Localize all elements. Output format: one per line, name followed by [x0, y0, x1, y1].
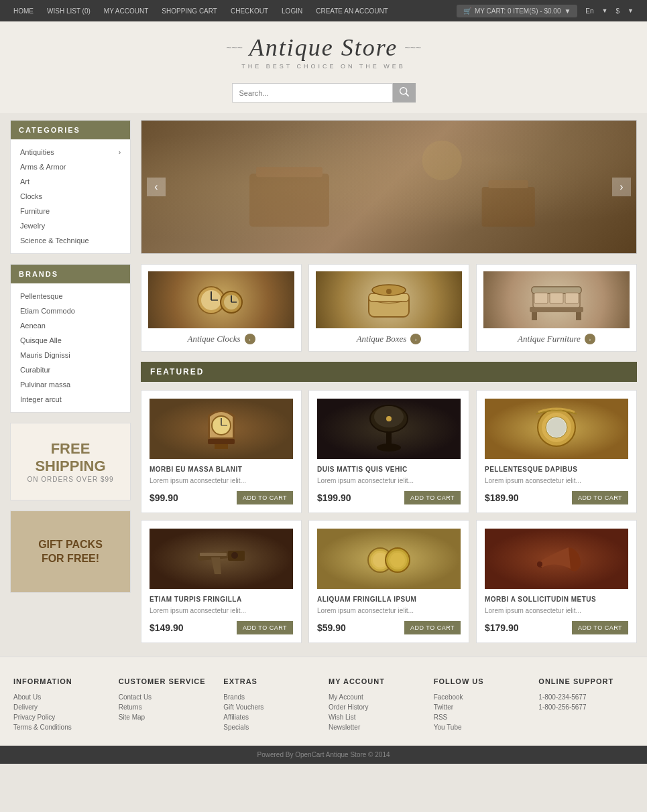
- category-card-label-boxes: Antique Boxes ›: [316, 334, 462, 344]
- footer-link-specials[interactable]: Specials: [223, 722, 318, 732]
- search-input[interactable]: [232, 83, 393, 103]
- language-selector[interactable]: En: [585, 7, 593, 15]
- footer-link-twitter[interactable]: Twitter: [434, 702, 529, 712]
- footer-link-orderhistory[interactable]: Order History: [329, 702, 424, 712]
- list-item: You Tube: [434, 722, 529, 732]
- category-arms[interactable]: Arms & Armor: [11, 159, 130, 174]
- footer-link-sitemap[interactable]: Site Map: [119, 712, 214, 722]
- logo[interactable]: ~~~ Antique Store ~~~ THE BEST CHOICE ON…: [0, 33, 647, 70]
- list-item: Furniture: [11, 204, 130, 218]
- brand-3[interactable]: Quisque Alle: [11, 333, 130, 348]
- brand-1[interactable]: Etiam Commodo: [11, 303, 130, 318]
- list-item: Clocks: [11, 189, 130, 204]
- category-jewelry[interactable]: Jewelry: [11, 218, 130, 233]
- product-footer-5: $179.90 ADD TO CART: [485, 621, 628, 634]
- list-item: Terms & Conditions: [13, 722, 109, 732]
- footer-link-newsletter[interactable]: Newsletter: [329, 722, 424, 732]
- product-card-4: ALIQUAM FRINGILLA IPSUM Lorem ipsum acon…: [308, 520, 469, 643]
- category-card-boxes[interactable]: Antique Boxes ›: [308, 264, 469, 352]
- footer-link-affiliates[interactable]: Affiliates: [223, 712, 318, 722]
- list-item: Specials: [223, 722, 318, 732]
- footer-link-myaccount[interactable]: My Account: [329, 692, 424, 702]
- cart-button[interactable]: 🛒 MY CART: 0 ITEM(S) - $0.00 ▼: [457, 5, 577, 17]
- list-item: Gift Vouchers: [223, 702, 318, 712]
- footer-link-rss[interactable]: RSS: [434, 712, 529, 722]
- footer-link-returns[interactable]: Returns: [119, 702, 214, 712]
- nav-cart[interactable]: SHOPPING CART: [162, 7, 217, 15]
- nav-create-account[interactable]: CREATE AN ACCOUNT: [316, 7, 388, 15]
- list-item: 1-800-234-5677: [538, 692, 634, 702]
- footer-link-brands[interactable]: Brands: [223, 692, 318, 702]
- category-art[interactable]: Art: [11, 174, 130, 189]
- product-price-4: $59.90: [317, 622, 346, 633]
- banner-next-button[interactable]: ›: [612, 178, 631, 196]
- footer-link-wishlist[interactable]: Wish List: [329, 712, 424, 722]
- category-card-furniture[interactable]: Antique Furniture ›: [476, 264, 637, 352]
- product-image-3: [150, 529, 293, 589]
- free-shipping-condition: ON ORDERS OVER $99: [21, 476, 120, 483]
- footer-phone-2[interactable]: 1-800-256-5677: [538, 702, 634, 712]
- list-item: My Account: [329, 692, 424, 702]
- product-image-4: [317, 529, 461, 589]
- nav-checkout[interactable]: CHECKOUT: [231, 7, 268, 15]
- category-science[interactable]: Science & Technique: [11, 233, 130, 248]
- footer-col-information: INFORMATION About Us Delivery Privacy Po…: [13, 677, 109, 732]
- footer-link-about[interactable]: About Us: [13, 692, 109, 702]
- product-image-5: [485, 529, 628, 589]
- category-card-clocks[interactable]: Antique Clocks ›: [141, 264, 302, 352]
- brand-2[interactable]: Aenean: [11, 318, 130, 333]
- product-mirror-svg: [533, 402, 580, 456]
- svg-point-48: [390, 553, 405, 567]
- product-footer-4: $59.90 ADD TO CART: [317, 621, 461, 634]
- logo-deco-left: ~~~: [226, 42, 243, 53]
- footer-phone-1[interactable]: 1-800-234-5677: [538, 692, 634, 702]
- category-clocks[interactable]: Clocks: [11, 189, 130, 204]
- product-grid-row1: MORBI EU MASSA BLANIT Lorem ipsum aconse…: [141, 390, 637, 513]
- brand-5[interactable]: Curabitur: [11, 362, 130, 377]
- product-image-0: [150, 399, 293, 459]
- footer-columns: INFORMATION About Us Delivery Privacy Po…: [13, 677, 634, 732]
- svg-rect-21: [550, 293, 563, 303]
- list-item: About Us: [13, 692, 109, 702]
- free-shipping-text: FREE SHIPPING: [21, 440, 120, 476]
- category-card-label-clocks: Antique Clocks ›: [148, 334, 294, 344]
- nav-myaccount[interactable]: MY ACCOUNT: [104, 7, 149, 15]
- product-desc-2: Lorem ipsum aconsectetur ielit...: [485, 476, 628, 486]
- footer-col-title-1: CUSTOMER SERVICE: [119, 677, 214, 685]
- add-to-cart-button-3[interactable]: ADD TO CART: [237, 621, 293, 634]
- brand-4[interactable]: Mauris Dignissi: [11, 348, 130, 362]
- footer-link-delivery[interactable]: Delivery: [13, 702, 109, 712]
- currency-selector[interactable]: $: [616, 7, 620, 15]
- nav-wishlist[interactable]: WISH LIST (0): [47, 7, 91, 15]
- svg-rect-1: [256, 167, 322, 177]
- add-to-cart-button-4[interactable]: ADD TO CART: [404, 621, 461, 634]
- svg-point-38: [547, 418, 566, 437]
- gift-promo[interactable]: GIFT PACKS FOR FREE!: [10, 511, 131, 594]
- brands-list: Pellentesque Etiam Commodo Aenean Quisqu…: [11, 283, 130, 412]
- search-button[interactable]: [393, 83, 416, 103]
- footer-link-privacy[interactable]: Privacy Policy: [13, 712, 109, 722]
- add-to-cart-button-2[interactable]: ADD TO CART: [572, 491, 628, 504]
- category-furniture[interactable]: Furniture: [11, 204, 130, 218]
- add-to-cart-button-1[interactable]: ADD TO CART: [404, 491, 461, 504]
- category-antiquities[interactable]: Antiquities ›: [11, 145, 130, 159]
- add-to-cart-button-0[interactable]: ADD TO CART: [237, 491, 293, 504]
- nav-login[interactable]: LOGIN: [282, 7, 302, 15]
- brand-0[interactable]: Pellentesque: [11, 289, 130, 303]
- footer-link-youtube[interactable]: You Tube: [434, 722, 529, 732]
- brand-6[interactable]: Pulvinar massa: [11, 377, 130, 392]
- gift-text: GIFT PACKS FOR FREE!: [21, 538, 120, 566]
- list-item: Arms & Armor: [11, 159, 130, 174]
- footer-link-terms[interactable]: Terms & Conditions: [13, 722, 109, 732]
- category-arrow-icon: ›: [585, 334, 595, 344]
- brand-7[interactable]: Integer arcut: [11, 392, 130, 407]
- product-card-2: PELLENTESQUE DAPIBUS Lorem ipsum aconsec…: [476, 390, 637, 513]
- add-to-cart-button-5[interactable]: ADD TO CART: [572, 621, 628, 634]
- footer-link-contact[interactable]: Contact Us: [119, 692, 214, 702]
- list-item: Aenean: [11, 318, 130, 333]
- footer-link-vouchers[interactable]: Gift Vouchers: [223, 702, 318, 712]
- banner-prev-button[interactable]: ‹: [147, 178, 166, 196]
- nav-home[interactable]: HOME: [13, 7, 34, 15]
- footer-link-facebook[interactable]: Facebook: [434, 692, 529, 702]
- list-item: Integer arcut: [11, 392, 130, 407]
